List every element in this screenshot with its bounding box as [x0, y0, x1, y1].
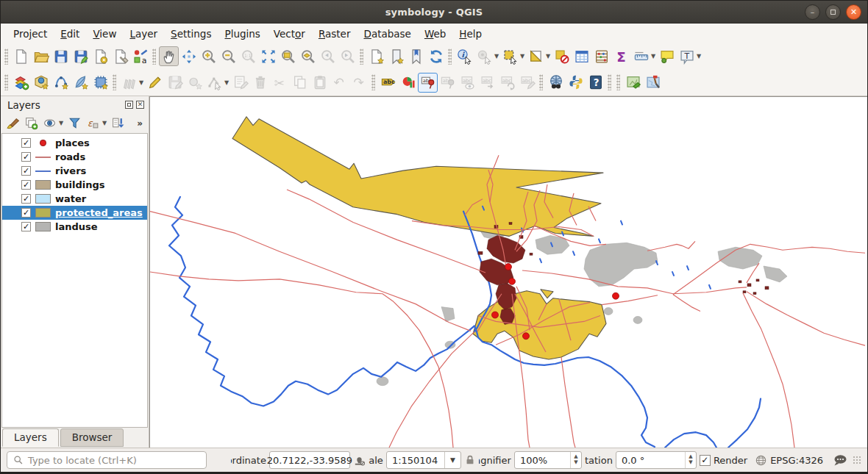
menu-web[interactable]: Web [418, 26, 452, 42]
save-project-as-button[interactable] [71, 46, 90, 66]
zoom-last-button[interactable] [318, 46, 338, 66]
render-checkbox[interactable]: ✓ [700, 455, 711, 466]
layer-row-landuse[interactable]: ✓landuse [2, 220, 147, 234]
data-source-manager-button[interactable] [11, 73, 31, 93]
filter-expression-dropdown-arrow[interactable]: ▼ [101, 120, 108, 126]
undo-button[interactable]: ↶ [330, 73, 349, 93]
move-label-button[interactable]: abc [477, 73, 497, 93]
rotate-label-button[interactable]: abc [497, 73, 517, 93]
zoom-native-button[interactable]: 1:1 [238, 46, 258, 66]
toolbar-drag-handle[interactable] [608, 74, 611, 90]
rotation-spin-buttons[interactable]: ▲▼ [685, 452, 696, 468]
pan-map-button[interactable] [159, 46, 179, 66]
delete-selected-button[interactable] [250, 73, 270, 93]
text-annotation-button[interactable]: T [677, 46, 697, 66]
menu-vector[interactable]: Vector [267, 26, 312, 42]
modify-attributes-button[interactable] [230, 73, 250, 93]
toolbar-drag-handle[interactable] [152, 49, 156, 65]
zoom-next-button[interactable] [338, 46, 357, 66]
highlight-pinned-labels-button[interactable]: ab [438, 73, 458, 93]
menu-raster[interactable]: Raster [312, 26, 357, 42]
pan-to-selection-button[interactable] [179, 46, 199, 66]
select-polygon-button[interactable] [526, 46, 546, 66]
identify-features-button[interactable]: i [455, 46, 474, 66]
layer-row-buildings[interactable]: ✓buildings [2, 178, 147, 192]
cut-features-button[interactable]: ✂ [270, 73, 290, 93]
zoom-in-button[interactable] [199, 46, 218, 66]
open-attribute-table-button[interactable] [572, 46, 591, 66]
deselect-all-button[interactable] [552, 46, 572, 66]
crs-globe-icon[interactable] [755, 454, 767, 467]
run-feature-action-button[interactable] [474, 46, 494, 66]
new-virtual-layer-button[interactable] [90, 73, 110, 93]
new-project-button[interactable] [11, 46, 31, 66]
field-calculator-button[interactable] [591, 46, 611, 66]
new-geopackage-layer-button[interactable] [31, 73, 51, 93]
maximize-button[interactable] [825, 4, 841, 20]
tab-browser[interactable]: Browser [60, 428, 124, 447]
menu-settings[interactable]: Settings [164, 26, 218, 42]
filter-expression-button[interactable]: ε [84, 115, 102, 132]
add-feature-button[interactable] [185, 73, 204, 93]
save-project-button[interactable] [51, 46, 71, 66]
crs-value[interactable]: EPSG:4326 [770, 455, 823, 466]
zoom-full-button[interactable] [258, 46, 278, 66]
menu-plugins[interactable]: Plugins [218, 26, 266, 42]
map-tips-button[interactable] [657, 46, 677, 66]
magnifier-spinbox[interactable]: 100% ▲▼ [514, 451, 582, 469]
redo-button[interactable]: ↷ [349, 73, 369, 93]
panel-toolbar-overflow[interactable]: » [137, 118, 146, 129]
python-console-button[interactable] [566, 73, 586, 93]
layer-diagram-button[interactable] [398, 73, 418, 93]
lock-scale-icon[interactable] [464, 454, 476, 466]
menu-help[interactable]: Help [452, 26, 488, 42]
open-project-button[interactable] [31, 46, 51, 66]
toggle-extents-icon[interactable] [353, 454, 366, 467]
layer-row-water[interactable]: ✓water [2, 192, 147, 206]
new-spatialite-layer-button[interactable] [71, 73, 90, 93]
toolbar-drag-handle[interactable] [616, 74, 620, 90]
layer-checkbox-water[interactable]: ✓ [21, 194, 31, 204]
zoom-to-layer-button[interactable] [298, 46, 318, 66]
scale-dropdown-arrow[interactable]: ▼ [444, 452, 460, 468]
map-plugin-green-button[interactable] [623, 73, 643, 93]
show-bookmarks-button[interactable] [406, 46, 426, 66]
toggle-editing-button[interactable] [145, 73, 165, 93]
locator-input[interactable]: Type to locate (Ctrl+K) [7, 451, 207, 469]
layer-checkbox-buildings[interactable]: ✓ [21, 180, 31, 190]
tab-layers[interactable]: Layers [2, 428, 59, 447]
current-edits-button[interactable] [119, 73, 139, 93]
statistical-summary-button[interactable]: Σ [611, 46, 631, 66]
copy-features-button[interactable] [290, 73, 310, 93]
menu-project[interactable]: Project [7, 26, 54, 42]
toolbar-drag-handle[interactable] [360, 49, 363, 65]
layer-checkbox-protected_areas[interactable]: ✓ [21, 208, 31, 218]
refresh-button[interactable] [426, 46, 446, 66]
add-group-button[interactable] [22, 115, 40, 132]
menu-view[interactable]: View [86, 26, 123, 42]
zoom-to-selection-button[interactable] [278, 46, 298, 66]
menu-layer[interactable]: Layer [123, 26, 164, 42]
toolbar-drag-handle[interactable] [371, 74, 375, 90]
minimize-button[interactable]: – [805, 4, 820, 20]
styling-brush-button[interactable] [4, 115, 21, 132]
layer-labeling-button[interactable]: abc [378, 73, 398, 93]
pin-labels-button[interactable]: ab [418, 73, 438, 93]
resize-grip[interactable] [853, 456, 861, 464]
menu-database[interactable]: Database [357, 26, 417, 42]
magnifier-spin-buttons[interactable]: ▲▼ [570, 452, 581, 468]
new-map-view-button[interactable] [366, 46, 386, 66]
map-themes-dropdown-arrow[interactable]: ▼ [57, 120, 65, 126]
style-manager-button[interactable]: a [130, 46, 150, 66]
map-plugin-tools-button[interactable] [643, 73, 663, 93]
coordinate-input[interactable]: 20.7122,-33.9589 [269, 451, 350, 469]
toolbar-drag-handle[interactable] [539, 74, 543, 90]
map-themes-button[interactable] [40, 115, 58, 132]
filter-legend-button[interactable] [65, 115, 83, 132]
toolbar-drag-handle[interactable] [113, 74, 116, 90]
float-panel-button[interactable] [125, 101, 133, 109]
layer-row-roads[interactable]: ✓roads [2, 150, 147, 164]
layer-row-rivers[interactable]: ✓rivers [2, 164, 147, 178]
vertex-tool-button[interactable] [204, 73, 224, 93]
menu-edit[interactable]: Edit [54, 26, 86, 42]
